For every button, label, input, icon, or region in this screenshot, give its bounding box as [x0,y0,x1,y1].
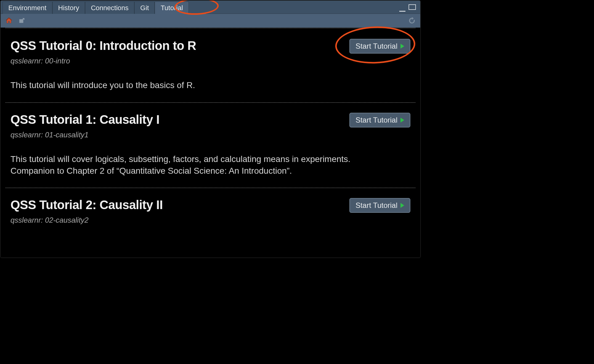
start-tutorial-label: Start Tutorial [356,116,397,124]
tab-connections[interactable]: Connections [85,2,134,14]
tutorial-title: QSS Tutorial 1: Causality I [10,113,160,126]
tutorial-item: QSS Tutorial 0: Introduction to R qsslea… [6,28,415,102]
tutorial-list: QSS Tutorial 0: Introduction to R qsslea… [1,28,420,258]
tutorial-source: qsslearnr: 01-causality1 [10,131,160,139]
tutorial-item: QSS Tutorial 2: Causality II qsslearnr: … [6,188,415,250]
maximize-button[interactable] [409,4,416,10]
tab-environment[interactable]: Environment [2,2,52,14]
tutorial-source: qsslearnr: 00-intro [10,57,196,65]
tutorial-description: This tutorial will cover logicals, subse… [10,153,374,177]
play-icon [401,118,404,123]
tutorial-title: QSS Tutorial 2: Causality II [10,198,163,212]
home-icon[interactable] [4,16,14,25]
refresh-icon[interactable] [407,16,417,25]
play-icon [401,203,404,208]
tab-history[interactable]: History [52,2,85,14]
start-tutorial-button[interactable]: Start Tutorial [349,39,410,54]
tutorial-item: QSS Tutorial 1: Causality I qsslearnr: 0… [6,102,415,188]
tutorial-title: QSS Tutorial 0: Introduction to R [10,39,196,52]
start-tutorial-label: Start Tutorial [356,201,397,210]
pane-tabs: Environment History Connections Git Tuto… [1,1,420,14]
play-icon [401,44,404,49]
start-tutorial-button[interactable]: Start Tutorial [349,198,410,213]
tutorial-description: This tutorial will introduce you to the … [10,79,374,91]
popout-icon[interactable] [17,16,26,25]
start-tutorial-label: Start Tutorial [356,42,397,51]
tab-tutorial[interactable]: Tutorial [155,2,189,14]
tutorial-toolbar [1,14,420,28]
window-controls [399,4,418,10]
tutorial-source: qsslearnr: 02-causality2 [10,216,163,224]
tab-git[interactable]: Git [134,2,155,14]
start-tutorial-button[interactable]: Start Tutorial [349,113,410,127]
minimize-button[interactable] [399,9,405,12]
